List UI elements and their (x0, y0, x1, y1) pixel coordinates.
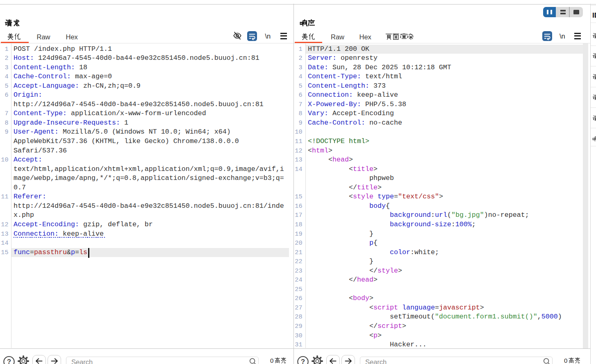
svg-text:?: ? (7, 358, 11, 364)
svg-text:?: ? (301, 358, 305, 364)
